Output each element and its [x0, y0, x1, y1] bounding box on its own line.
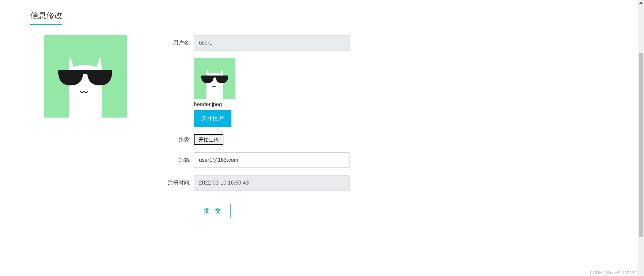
- cat-avatar-icon: [44, 35, 127, 118]
- email-row: 邮箱:: [157, 152, 392, 168]
- scroll-thumb[interactable]: [639, 53, 643, 237]
- select-image-button[interactable]: 选择图片: [194, 110, 231, 127]
- left-column: [30, 35, 127, 218]
- email-label: 邮箱:: [157, 157, 191, 164]
- username-row: 用户名:: [157, 35, 392, 51]
- svg-rect-3: [201, 76, 228, 77]
- uploaded-filename: header.jpeg: [194, 101, 350, 108]
- register-time-row: 注册时间:: [157, 175, 392, 191]
- avatar-preview: [194, 58, 235, 99]
- submit-button[interactable]: 提交: [194, 204, 231, 218]
- watermark: CSDN @linge511873822: [590, 270, 639, 275]
- svg-rect-1: [58, 70, 112, 73]
- content-wrap: 用户名: header.jpeg 选择图片: [30, 35, 614, 218]
- submit-wrap: 提交: [157, 204, 392, 218]
- avatar-large: [44, 35, 127, 118]
- page-title: 信息修改: [30, 10, 62, 25]
- scrollbar[interactable]: [638, 0, 644, 276]
- start-upload-button[interactable]: 开始上传: [194, 134, 223, 145]
- username-input: [194, 35, 350, 51]
- email-input[interactable]: [194, 152, 350, 168]
- scroll-up-icon[interactable]: [639, 2, 643, 4]
- username-label: 用户名:: [157, 40, 191, 47]
- avatar-label: 头像:: [157, 136, 191, 143]
- avatar-preview-row: header.jpeg 选择图片: [157, 58, 392, 127]
- right-column: 用户名: header.jpeg 选择图片: [157, 35, 392, 218]
- register-time-input: [194, 175, 350, 191]
- avatar-label-row: 头像: 开始上传: [157, 134, 392, 145]
- register-time-label: 注册时间:: [157, 180, 191, 187]
- cat-avatar-icon: [194, 58, 235, 99]
